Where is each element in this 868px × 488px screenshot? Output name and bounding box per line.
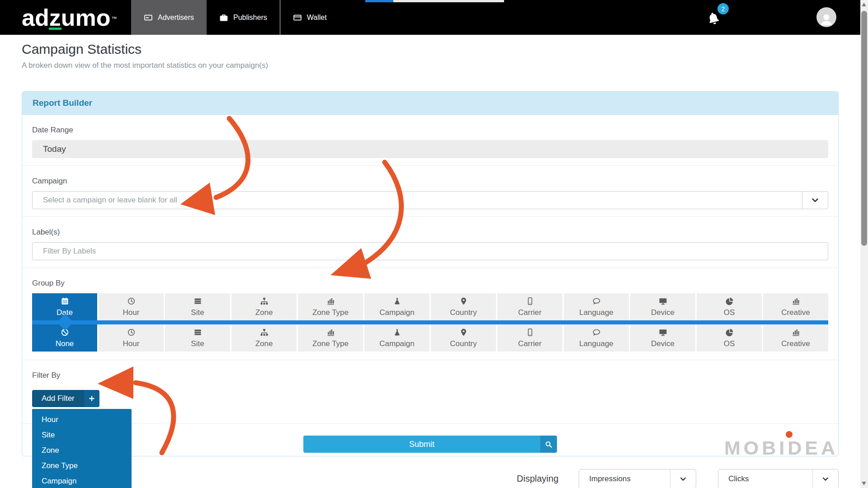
plus-icon [88, 395, 95, 402]
add-filter-button[interactable]: Add Filter [32, 390, 99, 407]
filter-menu-item-campaign[interactable]: Campaign [32, 474, 132, 488]
filter-menu-item-hour[interactable]: Hour [32, 412, 132, 427]
bar-chart-icon [792, 297, 800, 305]
pie-chart-icon [725, 328, 734, 337]
group-by-row2-campaign[interactable]: Campaign [364, 324, 429, 352]
displaying-label: Displaying [517, 474, 558, 484]
group-by-row2-language[interactable]: Language [564, 324, 629, 352]
metric-select-clicks[interactable]: Clicks [718, 469, 839, 488]
filter-by-section: Add Filter HourSiteZoneZone TypeCampaign… [32, 385, 828, 407]
submit-search-segment[interactable] [540, 436, 557, 453]
group-by-row1-hour[interactable]: Hour [99, 293, 164, 320]
notifications-button[interactable]: 2 [706, 7, 722, 27]
group-by-row2-device[interactable]: Device [630, 324, 695, 352]
add-filter-dropdown-menu: HourSiteZoneZone TypeCampaignCountry [32, 409, 132, 488]
campaign-input[interactable] [33, 192, 802, 209]
group-by-row1-zone[interactable]: Zone [231, 293, 297, 320]
report-builder-panel: Report Builder Date Range Today Campaign… [22, 91, 839, 456]
scrollbar-down-arrow[interactable] [862, 482, 866, 485]
speech-bubble-icon [592, 328, 601, 337]
add-filter-plus-segment[interactable] [84, 390, 99, 407]
group-by-row1-campaign[interactable]: Campaign [364, 293, 429, 320]
group-by-item-label: Creative [781, 308, 810, 317]
top-navbar: adzumo™ Advertisers Publishers Wallet 2 [0, 0, 868, 35]
group-by-row2-country[interactable]: Country [431, 324, 496, 352]
nav-tab-advertisers[interactable]: Advertisers [131, 0, 207, 35]
divider [22, 267, 838, 268]
group-by-item-label: Zone [255, 308, 273, 317]
briefcase-icon [219, 13, 228, 22]
group-by-row1-carrier[interactable]: Carrier [497, 293, 562, 320]
group-by-item-label: Site [191, 308, 204, 317]
filter-menu-item-zone-type[interactable]: Zone Type [32, 458, 132, 474]
group-by-item-label: Campaign [379, 339, 415, 348]
metric-select-value: Impressions [579, 474, 670, 483]
group-by-item-label: Language [579, 308, 613, 317]
person-icon [819, 12, 834, 27]
labels-input[interactable] [32, 242, 828, 260]
group-by-label: Group By [32, 279, 828, 288]
nav-tab-publishers[interactable]: Publishers [207, 0, 280, 35]
scrollbar-up-arrow[interactable] [862, 3, 866, 6]
group-by-item-label: Hour [123, 339, 140, 348]
group-by-row1-zone-type[interactable]: Zone Type [298, 293, 363, 320]
campaign-select-toggle[interactable] [802, 192, 828, 209]
group-by-row2-site[interactable]: Site [165, 324, 230, 352]
monitor-icon [659, 328, 667, 337]
group-by-row2-zone[interactable]: Zone [231, 324, 297, 352]
bar-chart-icon [326, 297, 335, 305]
metric-select-toggle[interactable] [812, 469, 838, 488]
vertical-scrollbar[interactable] [860, 0, 868, 488]
group-by-item-label: Zone Type [312, 308, 349, 317]
metric-select-impressions[interactable]: Impressions [579, 469, 696, 488]
clock-icon [127, 328, 136, 337]
metric-select-toggle[interactable] [670, 469, 696, 488]
adzumo-logo[interactable]: adzumo™ [22, 0, 117, 35]
group-by-connector-bar [32, 320, 828, 324]
date-range-label: Date Range [32, 126, 828, 135]
campaign-label: Campaign [32, 177, 828, 186]
group-by-row1-creative[interactable]: Creative [763, 293, 828, 320]
flask-icon [393, 297, 401, 305]
bar-chart-icon [326, 328, 335, 337]
group-by-row2-zone-type[interactable]: Zone Type [298, 324, 363, 352]
group-by-row1-language[interactable]: Language [564, 293, 629, 320]
page-head: Campaign Statistics A broken down view o… [22, 42, 268, 70]
site-icon [193, 297, 202, 305]
group-by-item-label: Site [191, 339, 204, 348]
mobile-icon [526, 328, 534, 337]
monitor-icon [659, 297, 667, 305]
group-by-item-label: Zone [255, 339, 273, 348]
logo-trademark: ™ [111, 15, 117, 22]
group-by-row2-creative[interactable]: Creative [763, 324, 828, 352]
map-pin-icon [459, 328, 468, 337]
group-by-item-label: Hour [123, 308, 140, 317]
group-by-row-2: NoneHourSiteZoneZone TypeCampaignCountry… [32, 324, 828, 352]
date-range-field[interactable]: Today [32, 140, 828, 158]
user-avatar[interactable] [816, 7, 836, 27]
divider [22, 423, 838, 424]
ad-card-icon [144, 13, 153, 22]
pie-chart-icon [725, 297, 734, 305]
group-by-item-label: Carrier [518, 339, 542, 348]
filter-menu-item-site[interactable]: Site [32, 427, 132, 443]
group-by-item-label: Device [651, 339, 675, 348]
group-by-row2-hour[interactable]: Hour [99, 324, 164, 352]
calendar-icon [61, 297, 69, 305]
group-by-row1-os[interactable]: OS [697, 293, 762, 320]
group-by-row2-os[interactable]: OS [697, 324, 762, 352]
group-by-row1-site[interactable]: Site [165, 293, 230, 320]
panel-header: Report Builder [22, 92, 838, 115]
filter-menu-item-zone[interactable]: Zone [32, 443, 132, 458]
group-by-item-label: Campaign [379, 308, 415, 317]
scrollbar-thumb[interactable] [861, 11, 867, 246]
nav-tab-wallet[interactable]: Wallet [280, 0, 340, 35]
submit-button[interactable]: Submit [303, 436, 557, 453]
add-filter-label: Add Filter [32, 390, 84, 407]
group-by-item-label: Country [450, 339, 477, 348]
group-by-row1-country[interactable]: Country [431, 293, 496, 320]
metric-select-value: Clicks [718, 474, 812, 483]
group-by-row2-carrier[interactable]: Carrier [497, 324, 562, 352]
group-by-item-label: Carrier [518, 308, 542, 317]
group-by-row1-device[interactable]: Device [630, 293, 695, 320]
